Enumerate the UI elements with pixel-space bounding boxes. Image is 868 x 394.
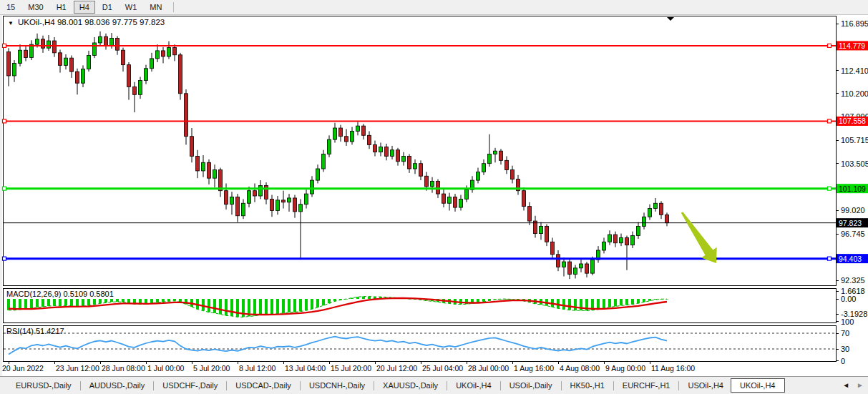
svg-text:92.325: 92.325 bbox=[841, 276, 865, 285]
macd-histogram-bar bbox=[253, 299, 256, 316]
macd-histogram-bar bbox=[53, 299, 56, 306]
macd-histogram-bar bbox=[608, 299, 611, 307]
timeframe-button-w1[interactable]: W1 bbox=[120, 1, 143, 14]
timeframe-button-h1[interactable]: H1 bbox=[51, 1, 72, 14]
macd-histogram-bar bbox=[625, 299, 628, 305]
tab-scroll-right-icon[interactable]: ► bbox=[857, 382, 864, 389]
macd-histogram-bar bbox=[36, 299, 39, 307]
macd-histogram-bar bbox=[127, 299, 130, 303]
macd-histogram-bar bbox=[202, 299, 205, 311]
tab-xauusd-daily[interactable]: XAUUSD-,Daily bbox=[376, 378, 445, 393]
svg-text:94.403: 94.403 bbox=[839, 255, 862, 263]
tab-ukoil-h4[interactable]: UKOil-,H4 bbox=[449, 378, 499, 393]
tab-separator bbox=[80, 381, 81, 390]
macd-histogram-bar bbox=[574, 299, 577, 310]
tab-eurchf-h1[interactable]: EURCHF-,H1 bbox=[615, 378, 678, 393]
svg-text:103.505: 103.505 bbox=[841, 159, 868, 168]
svg-text:23 Jun 12:00: 23 Jun 12:00 bbox=[56, 364, 99, 373]
macd-histogram-bar bbox=[116, 299, 119, 302]
svg-text:101.109: 101.109 bbox=[839, 184, 866, 193]
timeframe-button-d1[interactable]: D1 bbox=[97, 1, 118, 14]
macd-histogram-bar bbox=[648, 299, 651, 301]
hline-handle[interactable] bbox=[3, 44, 6, 47]
tab-separator bbox=[153, 381, 154, 390]
macd-histogram-bar bbox=[311, 299, 313, 309]
macd-histogram-bar bbox=[637, 299, 640, 303]
macd-histogram-bar bbox=[259, 299, 262, 315]
tab-separator bbox=[500, 381, 501, 390]
hline-handle[interactable] bbox=[828, 257, 832, 260]
macd-histogram-bar bbox=[568, 299, 571, 310]
macd-histogram-bar bbox=[236, 299, 239, 317]
macd-histogram-bar bbox=[82, 299, 84, 306]
tab-audusd-daily[interactable]: AUDUSD-,Daily bbox=[82, 378, 152, 393]
tab-separator bbox=[678, 381, 679, 390]
macd-histogram-bar bbox=[276, 299, 279, 314]
hline-handle[interactable] bbox=[3, 257, 6, 260]
svg-text:116.895: 116.895 bbox=[841, 19, 868, 28]
tab-usdcnh-daily[interactable]: USDCNH-,Daily bbox=[302, 378, 372, 393]
tab-eurusd-daily[interactable]: EURUSD-,Daily bbox=[9, 378, 79, 393]
macd-histogram-bar bbox=[293, 299, 296, 312]
macd-histogram-bar bbox=[110, 299, 113, 302]
tab-hk50-h1[interactable]: HK50-,H1 bbox=[563, 378, 612, 393]
svg-text:11 Aug 16:00: 11 Aug 16:00 bbox=[651, 364, 695, 373]
svg-text:96.745: 96.745 bbox=[841, 230, 865, 238]
macd-histogram-bar bbox=[42, 299, 44, 307]
macd-histogram-bar bbox=[93, 299, 96, 305]
tab-usdcad-daily[interactable]: USDCAD-,Daily bbox=[228, 378, 298, 393]
svg-text:25 Jul 04:00: 25 Jul 04:00 bbox=[422, 364, 463, 373]
chart-canvas[interactable]: 116.895112.410110.200107.990105.715103.5… bbox=[0, 0, 868, 394]
macd-histogram-bar bbox=[299, 299, 302, 312]
macd-histogram-bar bbox=[230, 299, 233, 316]
timeframe-button-h4[interactable]: H4 bbox=[74, 1, 95, 14]
timeframe-toolbar: 15M30H1H4D1W1MN bbox=[0, 0, 868, 15]
svg-text:110.200: 110.200 bbox=[841, 89, 868, 98]
svg-text:100: 100 bbox=[841, 317, 854, 326]
svg-text:99.020: 99.020 bbox=[841, 206, 865, 215]
trading-terminal-window: 15M30H1H4D1W1MN 116.895112.410110.200107… bbox=[0, 0, 868, 394]
timeframe-button-15[interactable]: 15 bbox=[1, 1, 21, 14]
svg-text:1 Jul 00:00: 1 Jul 00:00 bbox=[147, 364, 185, 373]
tab-separator bbox=[613, 381, 614, 390]
hline-handle[interactable] bbox=[828, 44, 832, 47]
svg-text:114.779: 114.779 bbox=[839, 41, 865, 50]
tab-usdchf-daily[interactable]: USDCHF-,Daily bbox=[155, 378, 225, 393]
chart-tabs-bar: EURUSD-,DailyAUDUSD-,DailyUSDCHF-,DailyU… bbox=[0, 376, 868, 394]
macd-histogram-bar bbox=[64, 299, 67, 306]
svg-text:112.410: 112.410 bbox=[841, 67, 868, 75]
svg-text:20 Jun 2022: 20 Jun 2022 bbox=[2, 364, 44, 373]
svg-text:13 Jul 04:00: 13 Jul 04:00 bbox=[285, 364, 326, 373]
macd-histogram-bar bbox=[156, 299, 159, 302]
macd-histogram-bar bbox=[213, 299, 216, 313]
tab-usoil-h4[interactable]: USOil-,H4 bbox=[681, 378, 731, 393]
macd-histogram-bar bbox=[30, 299, 33, 308]
tab-scroll-left-icon[interactable]: ◄ bbox=[842, 382, 849, 389]
svg-text:28 Jun 08:00: 28 Jun 08:00 bbox=[102, 364, 145, 373]
tab-scroll-controls: ◄ ► bbox=[842, 377, 864, 394]
chart-title-group: ▼UKOil-,H4 98.001 98.036 97.775 97.823 bbox=[8, 18, 165, 26]
rsi-label: RSI(14) 51.4217 bbox=[6, 327, 64, 335]
macd-histogram-bar bbox=[59, 299, 62, 306]
symbol-dropdown-icon: ▼ bbox=[8, 20, 14, 26]
tab-usoil-daily[interactable]: USOil-,Daily bbox=[502, 378, 560, 393]
svg-text:15 Jul 20:00: 15 Jul 20:00 bbox=[331, 364, 371, 373]
chart-title: UKOil-,H4 98.001 98.036 97.775 97.823 bbox=[18, 18, 165, 26]
svg-text:0.00: 0.00 bbox=[841, 295, 856, 303]
tab-ukoil-h4-active[interactable]: UKOil-,H4 bbox=[731, 378, 785, 393]
svg-text:20 Jul 12:00: 20 Jul 12:00 bbox=[376, 364, 417, 373]
hline-handle[interactable] bbox=[828, 119, 832, 123]
macd-histogram-bar bbox=[288, 299, 291, 312]
macd-histogram-bar bbox=[24, 299, 27, 309]
macd-histogram-bar bbox=[597, 299, 600, 310]
timeframe-button-m30[interactable]: M30 bbox=[22, 1, 49, 14]
macd-histogram-bar bbox=[70, 299, 73, 306]
timeframe-button-mn[interactable]: MN bbox=[144, 1, 167, 14]
svg-text:28 Jul 00:00: 28 Jul 00:00 bbox=[468, 364, 509, 373]
svg-text:97.823: 97.823 bbox=[839, 219, 862, 227]
tab-separator bbox=[300, 381, 301, 390]
hline-handle[interactable] bbox=[3, 119, 6, 123]
macd-histogram-bar bbox=[208, 299, 210, 312]
hline-handle[interactable] bbox=[3, 187, 6, 190]
hline-handle[interactable] bbox=[828, 187, 832, 190]
